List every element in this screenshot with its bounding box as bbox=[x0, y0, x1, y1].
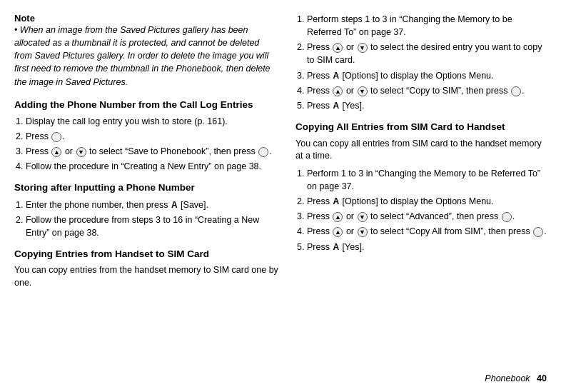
circle-button-icon bbox=[51, 132, 61, 142]
footer-label: Phonebook bbox=[485, 373, 530, 383]
down-button-icon: ▼ bbox=[358, 43, 368, 53]
up-button-icon: ▲ bbox=[333, 212, 343, 222]
a-button: A bbox=[171, 199, 178, 211]
section-store-phone-heading: Storing after Inputting a Phone Number bbox=[14, 181, 278, 194]
note-label: Note bbox=[14, 13, 35, 24]
list-item: Press ▲ or ▼ to select “Save to Phoneboo… bbox=[26, 145, 278, 158]
right-column: Perform steps 1 to 3 in “Changing the Me… bbox=[295, 13, 547, 379]
list-item: Perform steps 1 to 3 in “Changing the Me… bbox=[307, 13, 547, 39]
list-item: Press ▲ or ▼ to select “Copy to SIM”, th… bbox=[307, 84, 547, 97]
list-item: Perform 1 to 3 in “Changing the Memory t… bbox=[307, 167, 547, 193]
down-button-icon: ▼ bbox=[76, 147, 86, 157]
a-button: A bbox=[333, 241, 339, 253]
right-list-copy-all: Perform 1 to 3 in “Changing the Memory t… bbox=[295, 167, 547, 253]
footer-page: 40 bbox=[537, 373, 547, 383]
list-item: Display the call log entry you wish to s… bbox=[26, 115, 278, 128]
footer: Phonebook 40 bbox=[485, 373, 547, 383]
page-container: Note • When an image from the Saved Pict… bbox=[0, 0, 561, 392]
circle-button-icon bbox=[258, 147, 268, 157]
section-store-phone-list: Enter the phone number, then press A [Sa… bbox=[14, 198, 278, 240]
section-copy-all-sim-handset-intro: You can copy all entries from SIM card t… bbox=[295, 138, 547, 163]
list-item: Press A [Options] to display the Options… bbox=[307, 195, 547, 208]
down-button-icon: ▼ bbox=[358, 227, 368, 237]
circle-button-icon bbox=[533, 227, 543, 237]
down-button-icon: ▼ bbox=[358, 86, 368, 96]
section-copy-handset-sim-heading: Copying Entries from Handset to SIM Card bbox=[14, 248, 278, 261]
list-item: Press ▲ or ▼ to select the desired entry… bbox=[307, 41, 547, 66]
up-button-icon: ▲ bbox=[333, 43, 343, 53]
section-copy-handset-sim: Copying Entries from Handset to SIM Card… bbox=[14, 248, 278, 289]
list-item: Press ▲ or ▼ to select “Advanced”, then … bbox=[307, 210, 547, 223]
list-item: Follow the procedure from steps 3 to 16 … bbox=[26, 213, 278, 239]
list-item: Press . bbox=[26, 130, 278, 143]
section-add-call-log: Adding the Phone Number from the Call Lo… bbox=[14, 99, 278, 174]
section-add-call-log-list: Display the call log entry you wish to s… bbox=[14, 115, 278, 174]
note-text: • When an image from the Saved Pictures … bbox=[14, 25, 271, 87]
list-item: Follow the procedure in “Creating a New … bbox=[26, 160, 278, 173]
left-column: Note • When an image from the Saved Pict… bbox=[14, 13, 278, 379]
circle-button-icon bbox=[502, 212, 512, 222]
section-copy-all-sim-handset-heading: Copying All Entries from SIM Card to Han… bbox=[295, 121, 547, 134]
list-item: Press A [Yes]. bbox=[307, 99, 547, 112]
up-button-icon: ▲ bbox=[333, 227, 343, 237]
down-button-icon: ▼ bbox=[358, 212, 368, 222]
section-copy-all-sim-handset: Copying All Entries from SIM Card to Han… bbox=[295, 121, 547, 253]
a-button: A bbox=[333, 100, 339, 112]
list-item: Press A [Yes]. bbox=[307, 241, 547, 253]
list-item: Enter the phone number, then press A [Sa… bbox=[26, 198, 278, 211]
list-item: Press A [Options] to display the Options… bbox=[307, 69, 547, 82]
a-button: A bbox=[333, 196, 339, 208]
note-block: Note • When an image from the Saved Pict… bbox=[14, 13, 278, 89]
section-add-call-log-heading: Adding the Phone Number from the Call Lo… bbox=[14, 99, 278, 111]
section-store-phone: Storing after Inputting a Phone Number E… bbox=[14, 181, 278, 239]
list-item: Press ▲ or ▼ to select “Copy All from SI… bbox=[307, 225, 547, 238]
a-button: A bbox=[333, 70, 339, 82]
section-copy-handset-sim-intro: You can copy entries from the handset me… bbox=[14, 264, 278, 289]
up-button-icon: ▲ bbox=[333, 86, 343, 96]
up-button-icon: ▲ bbox=[51, 147, 61, 157]
right-list-copy-sim: Perform steps 1 to 3 in “Changing the Me… bbox=[295, 13, 547, 112]
circle-button-icon bbox=[511, 86, 521, 96]
